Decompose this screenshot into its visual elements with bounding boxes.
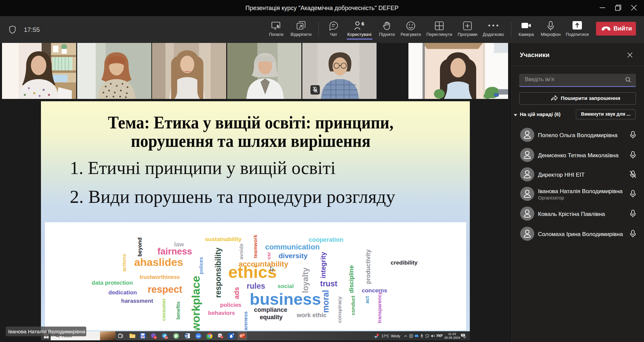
svg-text:6: 6 [361, 21, 364, 26]
svg-text:1: 1 [464, 336, 465, 338]
svg-text:222: 222 [165, 337, 168, 339]
svg-text:W: W [185, 334, 188, 338]
svg-text:4: 4 [155, 336, 156, 339]
svg-text:zm: zm [197, 335, 200, 337]
svg-text:P: P [240, 334, 242, 338]
